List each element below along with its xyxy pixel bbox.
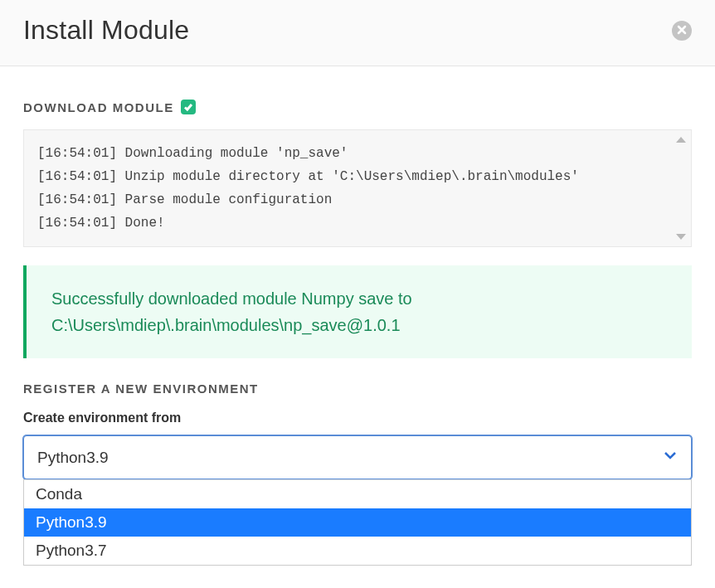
download-heading-text: DOWNLOAD MODULE [23, 100, 174, 114]
success-banner: Successfully downloaded module Numpy sav… [23, 265, 692, 358]
modal-title: Install Module [23, 15, 189, 46]
modal-header: Install Module [0, 0, 715, 66]
environment-option[interactable]: Conda [24, 480, 691, 508]
environment-option[interactable]: Python3.9 [24, 508, 691, 537]
log-scroll-down-icon[interactable] [676, 234, 686, 240]
create-env-label: Create environment from [23, 411, 692, 425]
success-check-icon [181, 100, 196, 114]
environment-option[interactable]: Python3.7 [24, 537, 691, 565]
success-message-text: Successfully downloaded module Numpy sav… [51, 289, 412, 334]
environment-selected-value: Python3.9 [37, 449, 109, 467]
close-button[interactable] [672, 21, 692, 41]
environment-select-wrapper: Python3.9 CondaPython3.9Python3.7 [23, 435, 692, 479]
close-icon [677, 23, 687, 38]
download-log-console[interactable]: [16:54:01] Downloading module 'np_save' … [23, 129, 692, 247]
log-content: [16:54:01] Downloading module 'np_save' … [37, 146, 579, 231]
install-module-modal: Install Module DOWNLOAD MODULE [16:54:01… [0, 0, 715, 588]
environment-dropdown-list: CondaPython3.9Python3.7 [23, 479, 692, 566]
register-environment-heading: REGISTER A NEW ENVIRONMENT [23, 381, 692, 396]
register-heading-text: REGISTER A NEW ENVIRONMENT [23, 381, 259, 396]
environment-select[interactable]: Python3.9 [23, 435, 692, 479]
chevron-down-icon [663, 448, 678, 467]
modal-body: DOWNLOAD MODULE [16:54:01] Downloading m… [0, 66, 715, 588]
download-module-heading: DOWNLOAD MODULE [23, 100, 692, 114]
log-scroll-up-icon[interactable] [676, 137, 686, 143]
